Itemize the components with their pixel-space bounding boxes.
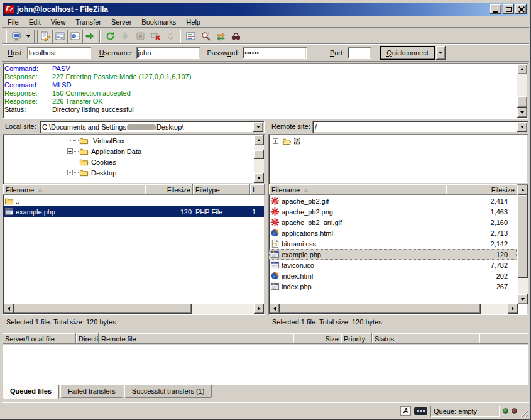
- site-manager-button[interactable]: [9, 30, 24, 43]
- toggle-local-tree-button[interactable]: [52, 30, 67, 43]
- refresh-icon: [105, 31, 116, 41]
- local-site-dropdown[interactable]: [253, 122, 263, 132]
- file-row[interactable]: apache_pb2.gif 2,414: [269, 196, 517, 206]
- scroll-left-button[interactable]: [270, 304, 280, 314]
- tree-item-cookies[interactable]: Cookies: [79, 157, 116, 167]
- host-input[interactable]: [27, 47, 91, 59]
- maximize-button[interactable]: [503, 4, 514, 14]
- file-row-example-php[interactable]: example.php 120: [269, 249, 517, 260]
- reconnect-button[interactable]: [163, 30, 178, 43]
- column-header-modified[interactable]: L: [250, 184, 265, 195]
- column-header-filetype[interactable]: Filetype: [193, 184, 250, 195]
- password-input[interactable]: [243, 47, 307, 59]
- queue-column-status[interactable]: Status: [372, 333, 479, 344]
- transfer-queue-list[interactable]: [3, 345, 528, 385]
- expand-icon[interactable]: +: [273, 138, 278, 144]
- menu-view[interactable]: View: [46, 17, 71, 27]
- log-scrollbar[interactable]: [517, 64, 527, 118]
- disconnect-button[interactable]: [148, 30, 163, 43]
- file-row[interactable]: index.php 267: [269, 281, 517, 292]
- synchronized-browsing-button[interactable]: [213, 30, 228, 43]
- queue-column-direction[interactable]: Directi...: [76, 333, 99, 344]
- site-manager-dropdown[interactable]: [24, 30, 32, 43]
- scroll-up-button[interactable]: [517, 64, 527, 74]
- quickconnect-dropdown[interactable]: [436, 46, 446, 60]
- column-header-filename[interactable]: Filename: [269, 184, 446, 195]
- column-header-filename[interactable]: Filename: [3, 184, 145, 195]
- tree-item-desktop[interactable]: Desktop: [79, 167, 116, 178]
- scroll-left-button[interactable]: [4, 304, 14, 314]
- refresh-button[interactable]: [102, 30, 118, 43]
- column-header-filesize[interactable]: Filesize: [145, 184, 193, 195]
- toggle-remote-tree-button[interactable]: [67, 30, 82, 43]
- scroll-down-button[interactable]: [254, 173, 264, 183]
- quickconnect-button[interactable]: Quickconnect: [380, 46, 435, 60]
- close-button[interactable]: [515, 4, 527, 14]
- scroll-right-button[interactable]: [508, 304, 518, 314]
- remote-list-hscrollbar[interactable]: [270, 304, 518, 314]
- scrollbar-thumb[interactable]: [518, 195, 528, 278]
- tab-queued-files[interactable]: Queued files: [3, 385, 59, 399]
- local-list-hscrollbar[interactable]: [4, 304, 264, 314]
- file-row[interactable]: apache_pb2.png 1,463: [269, 206, 517, 217]
- port-input[interactable]: [348, 47, 371, 59]
- scrollbar-thumb[interactable]: [280, 304, 481, 314]
- scroll-down-button[interactable]: [517, 108, 527, 118]
- file-row[interactable]: index.html 202: [269, 270, 517, 281]
- expand-icon[interactable]: +: [67, 148, 73, 154]
- scrollbar-thumb[interactable]: [14, 304, 192, 314]
- scroll-right-button[interactable]: [254, 304, 264, 314]
- tree-item-application-data[interactable]: Application Data: [79, 146, 141, 157]
- file-row[interactable]: applications.html 2,713: [269, 228, 517, 238]
- menu-edit[interactable]: Edit: [24, 17, 46, 27]
- file-row[interactable]: apache_pb2_ani.gif 2,160: [269, 217, 517, 228]
- menu-bookmarks[interactable]: Bookmarks: [136, 17, 181, 27]
- queue-column-server-local[interactable]: Server/Local file: [3, 333, 76, 344]
- title-bar[interactable]: Fz john@localhost - FileZilla: [3, 3, 528, 16]
- toggle-transfer-queue-button[interactable]: [82, 30, 97, 43]
- local-tree-scrollbar[interactable]: [254, 135, 264, 183]
- queue-column-size[interactable]: Size: [293, 333, 341, 344]
- password-label: Password:: [207, 49, 239, 57]
- php-file-icon: [270, 282, 280, 291]
- file-row[interactable]: bitnami.css 2,142: [269, 238, 517, 249]
- queue-column-remote-file[interactable]: Remote file: [99, 333, 293, 344]
- menu-file[interactable]: File: [3, 17, 24, 27]
- process-queue-button[interactable]: [118, 30, 133, 43]
- minimize-button[interactable]: [490, 4, 501, 14]
- queue-tabs: Queued files Failed transfers Successful…: [3, 385, 213, 401]
- redacted-username: [127, 124, 156, 130]
- find-files-button[interactable]: [228, 30, 243, 43]
- scroll-up-button[interactable]: [254, 135, 264, 145]
- tree-item-virtualbox[interactable]: .VirtualBox: [79, 135, 124, 146]
- local-site-combobox[interactable]: C:\Documents and SettingsDesktop\: [40, 121, 265, 133]
- directory-filter-button[interactable]: [183, 30, 198, 43]
- remote-site-dropdown[interactable]: [517, 122, 527, 132]
- file-row-parent-dir[interactable]: ..: [3, 196, 264, 206]
- scrollbar-thumb[interactable]: [517, 96, 527, 108]
- menu-server[interactable]: Server: [106, 17, 136, 27]
- tab-successful-transfers[interactable]: Successful transfers (1): [124, 385, 212, 398]
- file-row[interactable]: favicon.ico 7,782: [269, 260, 517, 270]
- scroll-down-button[interactable]: [518, 294, 528, 304]
- remote-site-combobox[interactable]: /: [312, 121, 528, 133]
- queue-column-priority[interactable]: Priority: [341, 333, 372, 344]
- toggle-message-log-button[interactable]: [37, 30, 52, 43]
- queue-column-empty[interactable]: [479, 333, 528, 344]
- menu-help[interactable]: Help: [181, 17, 205, 27]
- tab-failed-transfers[interactable]: Failed transfers: [60, 385, 123, 398]
- reconnect-icon: [165, 31, 176, 41]
- cancel-button[interactable]: [133, 30, 148, 43]
- column-header-filesize[interactable]: Filesize: [446, 184, 517, 195]
- file-row-example-php[interactable]: example.php 120 PHP File 1: [3, 206, 264, 217]
- scrollbar-thumb[interactable]: [254, 150, 264, 159]
- collapse-icon[interactable]: -: [67, 170, 73, 175]
- encryption-indicator-icon[interactable]: [414, 407, 427, 415]
- remote-list-vscrollbar[interactable]: [518, 185, 528, 304]
- tree-item-root[interactable]: /: [282, 136, 300, 146]
- scroll-up-button[interactable]: [518, 185, 528, 195]
- directory-comparison-button[interactable]: [198, 30, 213, 43]
- username-input[interactable]: [136, 47, 200, 59]
- menu-transfer[interactable]: Transfer: [70, 17, 106, 27]
- data-type-indicator-icon[interactable]: A: [400, 406, 411, 416]
